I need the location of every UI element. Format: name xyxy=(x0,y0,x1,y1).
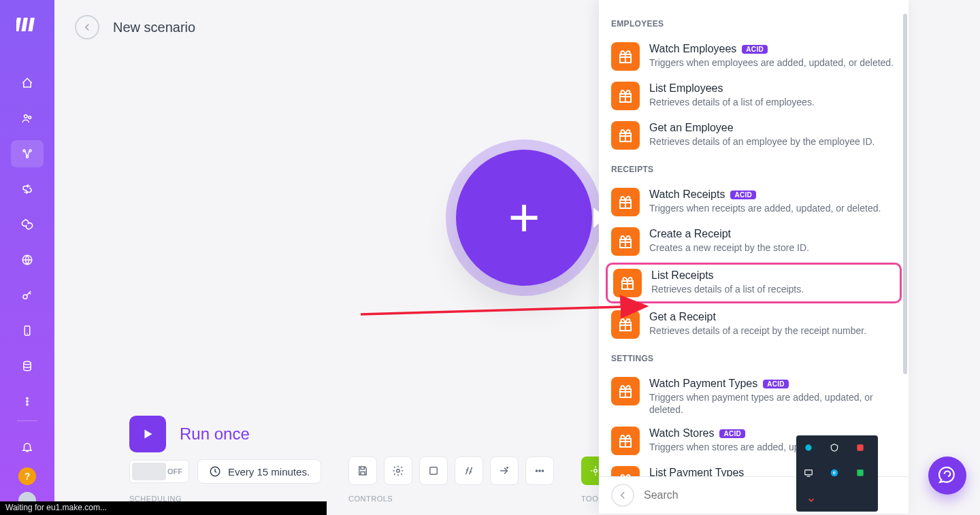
gift-icon xyxy=(611,82,640,110)
module-desc: Triggers when receipts are added, update… xyxy=(649,202,896,214)
panel-caret xyxy=(593,207,606,228)
module-desc: Retrieves details of an employee by the … xyxy=(649,135,896,148)
module-desc: Triggers when employees are added, updat… xyxy=(649,56,896,69)
tray-icon[interactable] xyxy=(855,467,866,478)
module-item[interactable]: Watch ReceiptsACID Triggers when receipt… xyxy=(599,182,909,222)
svg-point-3 xyxy=(24,115,28,118)
settings-button[interactable] xyxy=(384,456,412,485)
acid-badge: ACID xyxy=(763,380,789,388)
svg-point-9 xyxy=(23,295,27,299)
gift-icon xyxy=(611,188,640,216)
panel-back-button[interactable] xyxy=(611,484,634,507)
svg-rect-1 xyxy=(21,18,28,31)
module-text: Get a Receipt Retrieves details of a rec… xyxy=(649,310,896,337)
nav-data[interactable] xyxy=(11,352,44,380)
notes-button[interactable] xyxy=(419,456,448,485)
explain-flow-button[interactable] xyxy=(490,456,519,485)
divider xyxy=(17,420,37,421)
module-text: Create a Receipt Creates a new receipt b… xyxy=(649,227,896,254)
plus-icon: + xyxy=(508,190,540,245)
module-text: Get an Employee Retrieves details of an … xyxy=(649,121,896,148)
svg-rect-20 xyxy=(430,467,438,475)
run-once-label: Run once xyxy=(180,425,250,444)
help-fab[interactable] xyxy=(928,456,966,495)
module-group-header: EMPLOYEES xyxy=(599,19,909,37)
svg-point-24 xyxy=(594,469,598,473)
gift-icon xyxy=(611,121,640,150)
acid-badge: ACID xyxy=(742,45,768,54)
svg-point-14 xyxy=(27,403,28,405)
module-title: List Receipts xyxy=(651,269,894,282)
gift-icon xyxy=(611,227,640,256)
module-title: Create a Receipt xyxy=(649,228,896,240)
svg-point-4 xyxy=(29,116,31,119)
module-group-header: SETTINGS xyxy=(599,354,909,371)
nav-bottom: ? xyxy=(11,415,44,510)
gift-icon xyxy=(611,427,640,455)
tray-icon[interactable] xyxy=(829,442,840,453)
module-item[interactable]: Watch EmployeesACID Triggers when employ… xyxy=(599,37,909,76)
gift-icon xyxy=(613,269,642,297)
toggle-off-label: OFF xyxy=(167,467,182,476)
nav-icons xyxy=(11,69,44,415)
svg-marker-17 xyxy=(144,430,152,439)
interval-selector[interactable]: Every 15 minutes. xyxy=(197,459,321,484)
logo xyxy=(16,14,38,35)
module-item[interactable]: List Employees Retrieves details of a li… xyxy=(599,76,909,116)
module-list[interactable]: EMPLOYEES Watch EmployeesACID Triggers w… xyxy=(599,0,909,476)
svg-rect-41 xyxy=(857,470,863,476)
system-tray: e xyxy=(796,435,878,512)
gift-icon xyxy=(611,377,640,405)
nav-scenarios[interactable] xyxy=(11,140,44,167)
run-once-button[interactable] xyxy=(129,416,166,452)
acid-badge: ACID xyxy=(719,429,745,438)
help-icon[interactable]: ? xyxy=(18,467,36,485)
more-controls-button[interactable] xyxy=(525,456,554,485)
nav-home[interactable] xyxy=(11,69,44,97)
svg-point-11 xyxy=(24,361,31,365)
tray-icon[interactable]: e xyxy=(829,467,840,478)
interval-label: Every 15 minutes. xyxy=(228,466,310,478)
gift-icon xyxy=(611,42,640,71)
nav-templates[interactable] xyxy=(11,176,44,203)
module-title: Get a Receipt xyxy=(649,311,896,323)
gift-icon xyxy=(611,466,640,476)
nav-connections[interactable] xyxy=(11,211,44,238)
nav-webhooks[interactable] xyxy=(11,246,44,273)
tray-icon[interactable] xyxy=(803,442,814,453)
page-title: New scenario xyxy=(113,20,195,35)
save-button[interactable] xyxy=(348,456,377,485)
scrollbar[interactable] xyxy=(902,14,909,466)
module-text: List Employees Retrieves details of a li… xyxy=(649,82,896,108)
module-desc: Retrieves details of a list of employees… xyxy=(649,96,896,108)
tray-chevron-icon[interactable] xyxy=(803,493,819,508)
add-module-button[interactable]: + xyxy=(456,150,592,286)
svg-rect-38 xyxy=(805,470,813,475)
nav-more[interactable] xyxy=(11,388,44,415)
tray-icon[interactable] xyxy=(855,442,866,453)
nav-keys[interactable] xyxy=(11,282,44,309)
tray-icon[interactable] xyxy=(803,467,814,478)
nav-devices[interactable] xyxy=(11,317,44,344)
sidebar: ? xyxy=(0,0,54,515)
svg-point-13 xyxy=(27,401,28,402)
module-item[interactable]: Watch Payment TypesACID Triggers when pa… xyxy=(599,371,909,421)
nav-team[interactable] xyxy=(11,105,44,132)
module-group-header: RECEIPTS xyxy=(599,165,909,182)
nav-notifications[interactable] xyxy=(11,433,44,461)
module-title: Get an Employee xyxy=(649,122,896,134)
module-text: List Receipts Retrieves details of a lis… xyxy=(651,269,894,295)
back-button[interactable] xyxy=(75,15,99,39)
module-item[interactable]: Create a Receipt Creates a new receipt b… xyxy=(599,222,909,261)
module-title: Watch EmployeesACID xyxy=(649,43,896,55)
svg-rect-37 xyxy=(857,444,863,450)
module-item[interactable]: List Receipts Retrieves details of a lis… xyxy=(606,263,902,303)
svg-point-7 xyxy=(27,156,29,158)
auto-align-button[interactable] xyxy=(455,456,483,485)
module-item[interactable]: Get an Employee Retrieves details of an … xyxy=(599,116,909,155)
run-section: Run once OFF Every 15 minutes. SCHEDULIN… xyxy=(129,416,321,503)
controls-caption: CONTROLS xyxy=(348,495,554,503)
scheduling-toggle[interactable]: OFF xyxy=(129,460,189,483)
scrollbar-thumb[interactable] xyxy=(903,14,907,374)
module-item[interactable]: Get a Receipt Retrieves details of a rec… xyxy=(599,305,909,344)
